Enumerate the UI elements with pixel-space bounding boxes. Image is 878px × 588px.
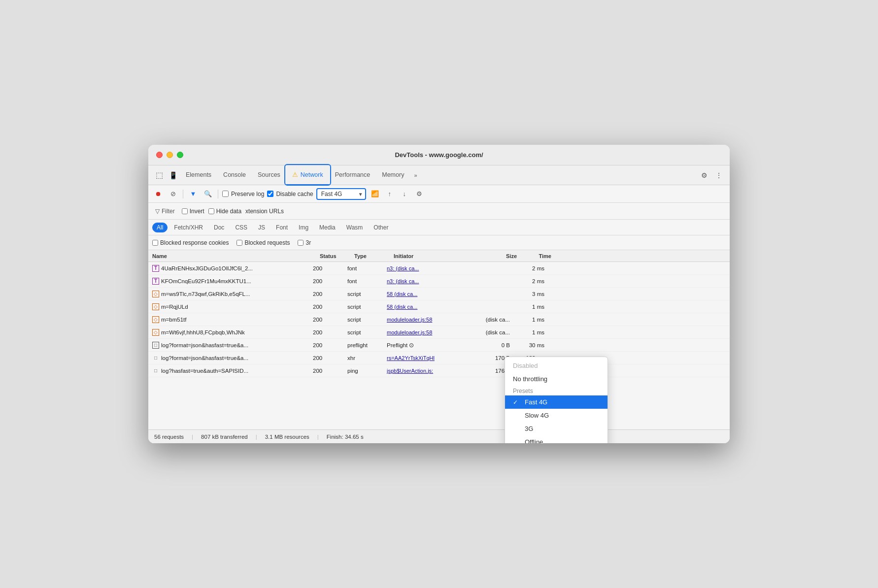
col-header-size[interactable]: Size bbox=[473, 253, 517, 259]
table-row[interactable]: □ log?format=json&hasfast=true&a... 200 … bbox=[148, 352, 730, 364]
row-status-0: 200 bbox=[313, 265, 347, 271]
more-tabs-button[interactable]: » bbox=[410, 172, 421, 178]
device-icon[interactable]: 📱 bbox=[166, 168, 180, 182]
row-type-3: script bbox=[347, 304, 387, 310]
row-initiator-8: jspb$UserAction.js: bbox=[387, 368, 466, 374]
maximize-button[interactable] bbox=[177, 152, 183, 158]
blocked-bar: Blocked response cookies Blocked request… bbox=[148, 235, 730, 250]
settings-icon[interactable]: ⚙ bbox=[697, 168, 711, 182]
inspect-icon[interactable]: ⬚ bbox=[152, 168, 166, 182]
hide-data-checkbox[interactable] bbox=[208, 208, 214, 214]
table-row[interactable]: □ log?format=json&hasfast=true&a... 200 … bbox=[148, 339, 730, 352]
network-settings-icon[interactable]: ⚙ bbox=[413, 188, 425, 200]
table-row[interactable]: ◇ m=ws9Tlc,n73qwf,GkRiKb,e5qFL... 200 sc… bbox=[148, 288, 730, 300]
dropdown-item-offline[interactable]: Offline bbox=[505, 435, 608, 443]
wifi-icon[interactable]: 📶 bbox=[369, 188, 381, 200]
table-row[interactable]: T KFOmCnqEu92Fr1Mu4mxKKTU1... 200 font n… bbox=[148, 275, 730, 288]
invert-label[interactable]: Invert bbox=[182, 208, 204, 215]
row-name-1: T KFOmCnqEu92Fr1Mu4mxKKTU1... bbox=[152, 278, 313, 285]
row-type-5: script bbox=[347, 329, 387, 335]
preserve-log-checkbox[interactable] bbox=[222, 191, 229, 197]
clear-button[interactable]: ⊘ bbox=[167, 188, 179, 200]
col-header-time[interactable]: Time bbox=[517, 253, 551, 259]
preserve-log-label[interactable]: Preserve log bbox=[222, 191, 264, 197]
row-initiator-2: 58 (disk ca... bbox=[387, 291, 466, 297]
tab-sources[interactable]: Sources bbox=[252, 165, 286, 185]
dropdown-item-fast4g[interactable]: ✓ Fast 4G bbox=[505, 395, 608, 409]
row-status-8: 200 bbox=[313, 368, 347, 374]
dropdown-item-3g[interactable]: 3G bbox=[505, 422, 608, 435]
invert-checkbox[interactable] bbox=[182, 208, 188, 214]
row-status-5: 200 bbox=[313, 329, 347, 335]
tabs-bar: ⬚ 📱 Elements Console Sources ⚠ Network P… bbox=[148, 165, 730, 185]
font-type-icon: T bbox=[152, 278, 159, 285]
row-name-4: ◇ m=bm51tf bbox=[152, 316, 313, 323]
filter-bar: ▽ Filter Invert Hide data xtension URLs bbox=[148, 203, 730, 220]
third-party-checkbox[interactable] bbox=[298, 240, 304, 246]
hide-data-label[interactable]: Hide data bbox=[208, 208, 241, 215]
table-row[interactable]: ◇ m=RqjULd 200 script 58 (disk ca... 1 m… bbox=[148, 300, 730, 313]
traffic-lights bbox=[156, 152, 183, 158]
row-type-0: font bbox=[347, 265, 387, 271]
filter-icon[interactable]: ▼ bbox=[187, 188, 199, 200]
table-area: Name Status Type Initiator Size Time T 4… bbox=[148, 250, 730, 429]
blocked-requests-label[interactable]: Blocked requests bbox=[236, 239, 290, 246]
type-filter-js[interactable]: JS bbox=[254, 223, 270, 232]
table-row[interactable]: ◇ m=bm51tf 200 script moduleloader.js:58… bbox=[148, 313, 730, 326]
throttle-select[interactable]: Fast 4G No throttling Slow 4G 3G Offline bbox=[316, 188, 366, 200]
type-filter-doc[interactable]: Doc bbox=[209, 223, 229, 232]
row-name-0: T 4UaRrENHsxJlGDuGo1OIlJfC6l_2... bbox=[152, 265, 313, 272]
tab-console[interactable]: Console bbox=[217, 165, 252, 185]
close-button[interactable] bbox=[156, 152, 163, 158]
blocked-requests-checkbox[interactable] bbox=[236, 240, 242, 246]
filter-button[interactable]: ▽ Filter bbox=[152, 207, 178, 216]
col-header-name[interactable]: Name bbox=[152, 253, 320, 259]
status-finish: Finish: 34.65 s bbox=[327, 434, 364, 440]
dropdown-item-no-throttling[interactable]: No throttling bbox=[505, 372, 608, 386]
col-header-status[interactable]: Status bbox=[320, 253, 354, 259]
table-row[interactable]: ◇ m=Wt6vjf,hhhU8,FCpbqb,WhJNk 200 script… bbox=[148, 326, 730, 339]
search-icon[interactable]: 🔍 bbox=[202, 188, 214, 200]
type-filter-wasm[interactable]: Wasm bbox=[342, 223, 368, 232]
row-status-3: 200 bbox=[313, 304, 347, 310]
table-row[interactable]: □ log?hasfast=true&auth=SAPISID... 200 p… bbox=[148, 364, 730, 377]
type-filter-font[interactable]: Font bbox=[271, 223, 292, 232]
devtools-menu-icon[interactable]: ⋮ bbox=[712, 168, 726, 182]
row-name-8: □ log?hasfast=true&auth=SAPISID... bbox=[152, 367, 313, 374]
record-button[interactable]: ⏺ bbox=[152, 188, 164, 200]
type-filter-fetch-xhr[interactable]: Fetch/XHR bbox=[169, 223, 207, 232]
minimize-button[interactable] bbox=[167, 152, 173, 158]
row-time-5: 1 ms bbox=[510, 329, 544, 335]
blocked-cookies-checkbox[interactable] bbox=[152, 240, 158, 246]
upload-icon[interactable]: ↑ bbox=[384, 188, 396, 200]
throttle-select-wrapper[interactable]: Fast 4G No throttling Slow 4G 3G Offline… bbox=[316, 188, 366, 200]
col-header-initiator[interactable]: Initiator bbox=[394, 253, 473, 259]
devtools-window: DevTools - www.google.com/ ⬚ 📱 Elements … bbox=[148, 145, 730, 443]
disable-cache-label[interactable]: Disable cache bbox=[267, 191, 313, 197]
dropdown-item-disabled: Disabled bbox=[505, 359, 608, 372]
blocked-cookies-label[interactable]: Blocked response cookies bbox=[152, 239, 229, 246]
tab-elements[interactable]: Elements bbox=[180, 165, 217, 185]
row-initiator-7: rs=AA2YrTskXiTqHl bbox=[387, 355, 466, 361]
type-filter-media[interactable]: Media bbox=[315, 223, 340, 232]
row-size-7: 170 B bbox=[466, 355, 510, 361]
disable-cache-checkbox[interactable] bbox=[267, 191, 273, 197]
row-status-4: 200 bbox=[313, 317, 347, 323]
tab-performance[interactable]: Performance bbox=[329, 165, 376, 185]
row-time-2: 3 ms bbox=[510, 291, 544, 297]
type-filter-other[interactable]: Other bbox=[369, 223, 393, 232]
table-row[interactable]: T 4UaRrENHsxJlGDuGo1OIlJfC6l_2... 200 fo… bbox=[148, 262, 730, 275]
row-initiator-3: 58 (disk ca... bbox=[387, 304, 466, 310]
dropdown-item-slow4g[interactable]: Slow 4G bbox=[505, 409, 608, 422]
type-filter-css[interactable]: CSS bbox=[231, 223, 252, 232]
download-icon[interactable]: ↓ bbox=[399, 188, 410, 200]
table-header: Name Status Type Initiator Size Time bbox=[148, 250, 730, 262]
type-filter-img[interactable]: Img bbox=[294, 223, 313, 232]
col-header-type[interactable]: Type bbox=[354, 253, 394, 259]
extension-urls-label: xtension URLs bbox=[245, 208, 284, 215]
tab-memory[interactable]: Memory bbox=[376, 165, 410, 185]
window-title: DevTools - www.google.com/ bbox=[395, 151, 483, 159]
type-filter-all[interactable]: All bbox=[152, 223, 168, 232]
tab-network[interactable]: ⚠ Network bbox=[286, 165, 329, 185]
third-party-label[interactable]: 3r bbox=[298, 239, 311, 246]
